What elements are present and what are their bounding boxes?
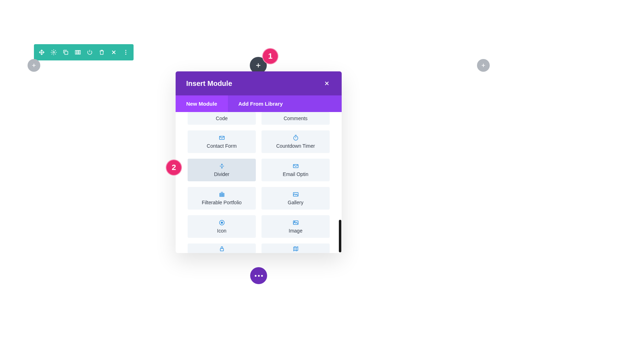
module-label: Gallery [288,200,303,205]
modal-header: Insert Module [176,71,342,95]
module-filterable-portfolio[interactable]: Filterable Portfolio [188,187,256,210]
svg-rect-2 [75,51,77,54]
more-vertical-icon[interactable] [121,47,131,57]
trash-icon[interactable] [97,47,107,57]
grid-icon [219,191,225,198]
module-contact-form[interactable]: Contact Form [188,130,256,153]
module-code[interactable]: Code [188,112,256,125]
dot-icon [258,275,260,277]
svg-rect-3 [77,51,79,54]
gear-icon[interactable] [49,47,59,57]
module-gallery[interactable]: Gallery [261,187,330,210]
mail-icon [293,163,299,169]
module-label: Comments [284,116,308,121]
row-toolbar [34,44,134,60]
module-divider[interactable]: Divider [188,159,256,181]
module-item-partial[interactable] [188,243,256,253]
move-icon[interactable] [37,47,47,57]
columns-icon[interactable] [73,47,83,57]
modal-body: Code Comments Contact Form Countdown Tim… [176,112,342,253]
badge-number: 1 [268,52,272,61]
star-circle-icon [219,219,225,226]
svg-point-14 [221,222,223,224]
mail-icon [219,135,225,141]
timer-icon [293,135,299,141]
module-image[interactable]: Image [261,215,330,238]
module-label: Divider [214,171,230,177]
dot-icon [255,275,257,277]
svg-point-16 [294,222,295,222]
insert-module-modal: Insert Module New Module Add From Librar… [176,71,342,253]
badge-number: 2 [172,163,176,172]
module-label: Contact Form [207,143,237,149]
step-badge-1: 1 [262,48,278,64]
lock-icon [219,246,225,252]
svg-point-5 [125,50,126,51]
module-comments[interactable]: Comments [261,112,330,125]
svg-point-6 [125,52,126,53]
module-email-optin[interactable]: Email Optin [261,159,330,181]
module-countdown-timer[interactable]: Countdown Timer [261,130,330,153]
power-icon[interactable] [85,47,95,57]
module-label: Image [289,228,302,234]
module-item-partial[interactable] [261,243,330,253]
close-icon[interactable] [109,47,119,57]
module-icon[interactable]: Icon [188,215,256,238]
modal-tabs: New Module Add From Library [176,95,342,112]
svg-rect-4 [79,51,81,54]
add-module-right-button[interactable] [477,59,490,72]
svg-point-7 [125,54,126,55]
tab-add-from-library[interactable]: Add From Library [228,95,342,112]
add-module-left-button[interactable] [28,59,40,72]
module-label: Email Optin [283,171,308,177]
map-icon [293,246,299,252]
svg-point-0 [53,52,55,53]
module-label: Code [216,116,228,121]
module-label: Icon [217,228,226,234]
page-settings-button[interactable] [250,267,267,284]
duplicate-icon[interactable] [61,47,71,57]
step-badge-2: 2 [166,159,182,176]
svg-rect-11 [220,193,224,196]
divider-icon [219,163,225,169]
svg-rect-17 [220,248,223,251]
scrollbar-thumb[interactable] [339,220,341,252]
close-icon[interactable] [323,79,331,88]
tab-new-module[interactable]: New Module [176,95,228,112]
image-icon [293,219,299,226]
svg-rect-1 [65,51,68,54]
module-label: Filterable Portfolio [202,200,242,205]
dot-icon [261,275,263,277]
image-icon [293,191,299,198]
module-label: Countdown Timer [276,143,315,149]
modal-title: Insert Module [186,80,232,88]
